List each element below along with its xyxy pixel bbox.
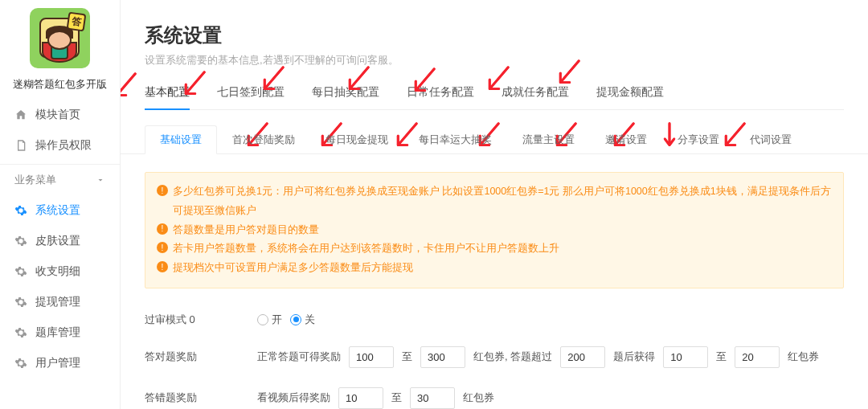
- app-logo: 答: [30, 8, 90, 68]
- sidebar: 答 迷糊答题红包多开版 模块首页 操作员权限 业务菜单: [0, 0, 121, 409]
- tip-text: 答题数量是用户答对题目的数量: [173, 221, 319, 240]
- tab-withdraw-amount-config[interactable]: 提现金额配置: [596, 85, 664, 109]
- nav-user-manage[interactable]: 用户管理: [0, 348, 120, 378]
- biz-menu-label: 业务菜单: [14, 173, 56, 187]
- tab-lottery-config[interactable]: 每日抽奖配置: [312, 85, 379, 109]
- info-icon: !: [157, 242, 168, 253]
- label-wrong-reward: 答错题奖励: [145, 391, 257, 405]
- text-to: 至: [391, 391, 402, 405]
- nav-label: 操作员权限: [35, 138, 92, 153]
- nav-withdraw-manage[interactable]: 提现管理: [0, 287, 120, 317]
- label-review-mode: 过审模式 0: [145, 313, 257, 327]
- gear-icon: [14, 204, 27, 217]
- nav-label: 用户管理: [35, 356, 80, 370]
- subtab-traffic[interactable]: 流量主设置: [507, 125, 590, 154]
- subtab-daily-lucky[interactable]: 每日幸运大抽奖: [403, 125, 507, 154]
- input-correct-max[interactable]: [420, 346, 465, 368]
- text-prefix: 正常答题可得奖励: [257, 350, 341, 364]
- input-correct-threshold[interactable]: [560, 346, 605, 368]
- tab-signin-config[interactable]: 七日签到配置: [217, 85, 285, 109]
- nav-label: 提现管理: [35, 295, 80, 309]
- nav-operator-permission[interactable]: 操作员权限: [0, 130, 120, 161]
- text-after: 题后获得: [613, 350, 655, 364]
- input-wrong-max[interactable]: [410, 387, 455, 409]
- logo-block: 答 迷糊答题红包多开版: [0, 8, 120, 100]
- info-icon: !: [157, 223, 168, 235]
- nav-balance-detail[interactable]: 收支明细: [0, 256, 120, 287]
- note-icon: [14, 139, 27, 152]
- nav-label: 皮肤设置: [35, 234, 80, 248]
- gear-icon: [14, 235, 27, 247]
- gear-icon: [14, 296, 27, 309]
- gear-icon: [14, 326, 27, 339]
- home-icon: [14, 108, 27, 121]
- page-subtitle: 设置系统需要的基本信息,若遇到不理解的可询问客服。: [145, 53, 844, 67]
- text-prefix: 看视频后得奖励: [257, 391, 330, 405]
- sub-tabs: 基础设置 首次登陆奖励 每日现金提现 每日幸运大抽奖 流量主设置 邀请设置 分享…: [121, 110, 868, 154]
- tips-box: !多少红包券可兑换1元：用户可将红包券兑换成至现金账户 比如设置1000红包券=…: [145, 172, 844, 288]
- input-wrong-min[interactable]: [338, 387, 383, 409]
- nav-system-settings[interactable]: 系统设置: [0, 195, 120, 226]
- main: 系统设置 设置系统需要的基本信息,若遇到不理解的可询问客服。 基本配置 七日签到…: [121, 0, 868, 409]
- text-suffix: 红包券: [463, 391, 494, 405]
- text-to: 至: [402, 350, 412, 364]
- nav-label: 模块首页: [35, 108, 80, 122]
- gear-icon: [14, 357, 27, 370]
- tab-daily-task-config[interactable]: 日常任务配置: [407, 85, 474, 109]
- nav-module-home[interactable]: 模块首页: [0, 100, 120, 130]
- tip-text: 提现档次中可设置用户满足多少答题数量后方能提现: [173, 259, 413, 278]
- text-suffix: 红包券: [788, 350, 819, 364]
- chevron-down-icon: [96, 175, 105, 185]
- text-mid: 红包券, 答题超过: [473, 350, 552, 364]
- top-tabs: 基本配置 七日签到配置 每日抽奖配置 日常任务配置 成就任务配置 提现金额配置: [145, 85, 844, 110]
- tip-text: 若卡用户答题数量，系统将会在用户达到该答题数时，卡住用户不让用户答题数上升: [173, 239, 559, 259]
- info-icon: !: [157, 261, 168, 272]
- subtab-basic[interactable]: 基础设置: [145, 125, 217, 154]
- biz-menu-header[interactable]: 业务菜单: [0, 164, 120, 195]
- label-correct-reward: 答对题奖励: [145, 350, 257, 364]
- input-correct-min[interactable]: [349, 346, 394, 368]
- nav-label: 题库管理: [35, 325, 80, 340]
- info-icon: !: [157, 185, 168, 196]
- nav-question-bank[interactable]: 题库管理: [0, 317, 120, 348]
- app-name: 迷糊答题红包多开版: [12, 77, 108, 92]
- radio-review-on[interactable]: 开: [257, 313, 282, 327]
- subtab-share[interactable]: 分享设置: [662, 125, 735, 154]
- input-correct-min2[interactable]: [663, 346, 708, 368]
- tab-achievement-config[interactable]: 成就任务配置: [502, 85, 569, 109]
- nav-label: 系统设置: [35, 203, 80, 218]
- radio-review-off[interactable]: 关: [290, 313, 315, 327]
- gear-icon: [14, 265, 27, 278]
- input-correct-max2[interactable]: [735, 346, 780, 368]
- logo-badge: 答: [67, 12, 87, 32]
- tab-basic-config[interactable]: 基本配置: [145, 85, 190, 109]
- nav-label: 收支明细: [35, 264, 80, 279]
- subtab-daily-cash[interactable]: 每日现金提现: [310, 125, 403, 154]
- text-to: 至: [716, 350, 727, 364]
- subtab-invite[interactable]: 邀请设置: [590, 125, 662, 154]
- subtab-pronoun[interactable]: 代词设置: [735, 125, 807, 154]
- arrow-annotation-icon: [121, 69, 140, 108]
- tip-text: 多少红包券可兑换1元：用户可将红包券兑换成至现金账户 比如设置1000红包券=1…: [173, 182, 832, 221]
- subtab-first-login[interactable]: 首次登陆奖励: [217, 125, 310, 154]
- nav-skin-settings[interactable]: 皮肤设置: [0, 226, 120, 256]
- page-title: 系统设置: [145, 22, 844, 48]
